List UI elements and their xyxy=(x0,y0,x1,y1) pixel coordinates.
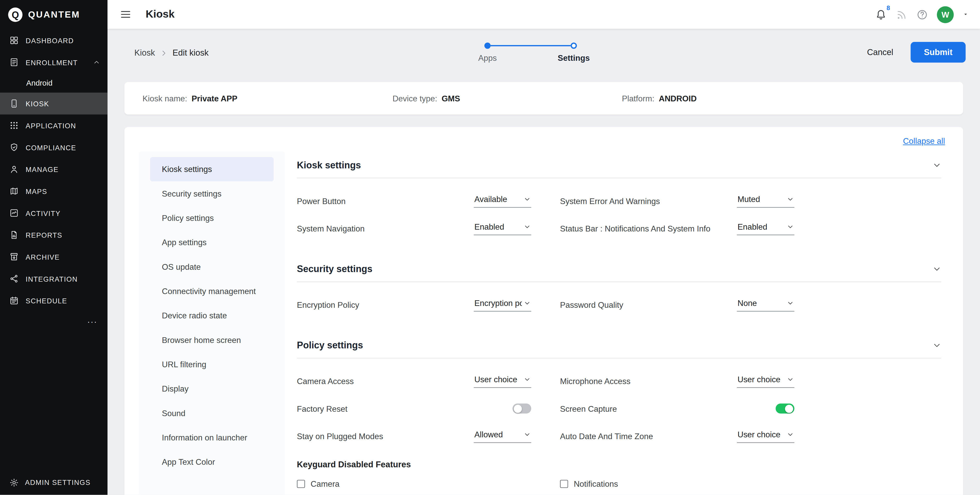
setting-field: Camera Access User choice xyxy=(297,374,531,388)
sidebar-item-kiosk[interactable]: KIOSK xyxy=(0,93,108,115)
info-label: Device type: xyxy=(393,94,437,103)
info-value: ANDROID xyxy=(659,94,697,103)
checkbox-notifications[interactable]: Notifications xyxy=(560,479,794,489)
sidebar-item-reports[interactable]: REPORTS xyxy=(0,224,108,246)
cancel-button[interactable]: Cancel xyxy=(867,48,893,57)
settings-nav-item-display[interactable]: Display xyxy=(150,377,274,401)
settings-nav-item-app-text-color[interactable]: App Text Color xyxy=(150,450,274,474)
main-content: Kiosk Edit kiosk Apps Settings Cancel Su… xyxy=(108,29,980,495)
select-encryption-policy[interactable]: Encryption policy xyxy=(474,298,531,311)
step-apps-dot[interactable] xyxy=(484,42,491,49)
settings-nav-item-policy-settings[interactable]: Policy settings xyxy=(150,206,274,230)
setting-label: System Navigation xyxy=(297,224,364,233)
setting-field: Stay on Plugged Modes Allowed xyxy=(297,430,531,443)
chevron-down-icon xyxy=(524,299,531,306)
setting-field: Power Button Available xyxy=(297,194,531,208)
step-label-settings[interactable]: Settings xyxy=(546,53,602,62)
settings-nav-item-url-filtering[interactable]: URL filtering xyxy=(150,352,274,377)
select-value: None xyxy=(737,298,785,308)
step-settings-dot[interactable] xyxy=(571,42,577,49)
setting-label: Screen Capture xyxy=(560,404,617,413)
collapse-all-link[interactable]: Collapse all xyxy=(903,136,945,145)
feed-button[interactable] xyxy=(896,8,907,21)
breadcrumb-kiosk[interactable]: Kiosk xyxy=(134,48,155,57)
chevron-down-icon[interactable] xyxy=(932,160,941,169)
sidebar-item-archive[interactable]: ARCHIVE xyxy=(0,246,108,268)
setting-label: Status Bar : Notifications And System In… xyxy=(560,224,710,233)
brand-name: QUANTEM xyxy=(28,9,80,19)
settings-nav-item-browser-home-screen[interactable]: Browser home screen xyxy=(150,328,274,352)
info-label: Kiosk name: xyxy=(143,94,187,103)
sidebar-item-label: ARCHIVE xyxy=(25,253,60,260)
sidebar-item-enrollment[interactable]: ENROLLMENT xyxy=(0,51,108,73)
menu-icon[interactable] xyxy=(119,8,132,21)
sidebar-item-label: ADMIN SETTINGS xyxy=(25,479,91,486)
select-password-quality[interactable]: None xyxy=(737,298,794,311)
toggle-knob xyxy=(514,404,522,412)
settings-nav-item-sound[interactable]: Sound xyxy=(150,401,274,425)
select-auto-date-and-time-zone[interactable]: User choice xyxy=(737,430,794,443)
settings-nav-item-information-on-launcher[interactable]: Information on launcher xyxy=(150,425,274,450)
kiosk-icon xyxy=(9,99,19,108)
submit-button[interactable]: Submit xyxy=(911,42,966,62)
chevron-down-icon[interactable] xyxy=(932,341,941,350)
sidebar-item-integration[interactable]: INTEGRATION xyxy=(0,268,108,290)
toggle-screen-capture[interactable] xyxy=(776,404,794,414)
settings-nav-item-connectivity-management[interactable]: Connectivity management xyxy=(150,279,274,303)
settings-nav-item-device-radio-state[interactable]: Device radio state xyxy=(150,303,274,328)
reports-icon xyxy=(9,230,19,240)
brand[interactable]: Q QUANTEM xyxy=(0,0,108,29)
select-camera-access[interactable]: User choice xyxy=(474,374,531,388)
sidebar-item-admin-settings[interactable]: ADMIN SETTINGS xyxy=(0,471,108,494)
page-actions: Cancel Submit xyxy=(867,42,966,62)
select-status-bar-notifications-and-system-info[interactable]: Enabled xyxy=(737,222,794,235)
sidebar-item-label: ACTIVITY xyxy=(25,209,60,217)
checkbox-camera[interactable]: Camera xyxy=(297,479,531,489)
select-stay-on-plugged-modes[interactable]: Allowed xyxy=(474,430,531,443)
caret-down-icon[interactable] xyxy=(963,11,969,18)
sidebar-item-application[interactable]: APPLICATION xyxy=(0,115,108,137)
avatar[interactable]: W xyxy=(937,6,954,23)
setting-field: Factory Reset xyxy=(297,404,531,414)
app-root: Q QUANTEM DASHBOARD ENROLLMENT Android K… xyxy=(0,0,980,495)
sidebar-item-schedule[interactable]: SCHEDULE xyxy=(0,290,108,311)
select-system-error-and-warnings[interactable]: Muted xyxy=(737,194,794,208)
info-platform: Platform: ANDROID xyxy=(622,94,697,103)
sidebar-item-label: REPORTS xyxy=(25,231,62,239)
select-power-button[interactable]: Available xyxy=(474,194,531,208)
sidebar-item-dashboard[interactable]: DASHBOARD xyxy=(0,29,108,51)
section-kiosk-settings: Kiosk settings Power Button Available Sy… xyxy=(297,160,941,242)
sidebar-more-button[interactable]: ... xyxy=(0,311,108,328)
chevron-down-icon xyxy=(524,376,531,383)
select-value: Muted xyxy=(737,194,785,204)
sidebar-item-label: SCHEDULE xyxy=(25,297,67,304)
sidebar-subitem-android[interactable]: Android xyxy=(0,73,108,93)
sidebar-item-label: ENROLLMENT xyxy=(25,59,78,66)
settings-sections: Kiosk settings Power Button Available Sy… xyxy=(297,151,963,495)
settings-nav-item-kiosk-settings[interactable]: Kiosk settings xyxy=(150,157,274,181)
notification-badge: 8 xyxy=(886,4,890,11)
setting-label: System Error And Warnings xyxy=(560,196,660,205)
settings-nav-item-security-settings[interactable]: Security settings xyxy=(150,182,274,206)
help-button[interactable] xyxy=(916,8,928,21)
chevron-down-icon xyxy=(524,431,531,438)
settings-nav-item-app-settings[interactable]: App settings xyxy=(150,230,274,254)
sidebar-item-compliance[interactable]: COMPLIANCE xyxy=(0,136,108,158)
sidebar-item-manage[interactable]: MANAGE xyxy=(0,158,108,180)
step-label-apps[interactable]: Apps xyxy=(460,53,516,62)
toggle-factory-reset[interactable] xyxy=(512,404,531,414)
select-value: Available xyxy=(474,194,522,204)
info-value: Private APP xyxy=(192,94,237,103)
chevron-down-icon[interactable] xyxy=(932,264,941,273)
sidebar-item-maps[interactable]: MAPS xyxy=(0,180,108,202)
topbar-actions: 8 W xyxy=(875,6,980,23)
stepper: Apps Settings xyxy=(460,42,602,62)
select-system-navigation[interactable]: Enabled xyxy=(474,222,531,235)
compliance-icon xyxy=(9,143,19,152)
notifications-button[interactable]: 8 xyxy=(875,8,887,21)
select-microphone-access[interactable]: User choice xyxy=(737,374,794,388)
setting-label: Encryption Policy xyxy=(297,300,359,309)
chevron-down-icon xyxy=(787,195,794,203)
sidebar-item-activity[interactable]: ACTIVITY xyxy=(0,202,108,224)
settings-nav-item-os-update[interactable]: OS update xyxy=(150,255,274,279)
